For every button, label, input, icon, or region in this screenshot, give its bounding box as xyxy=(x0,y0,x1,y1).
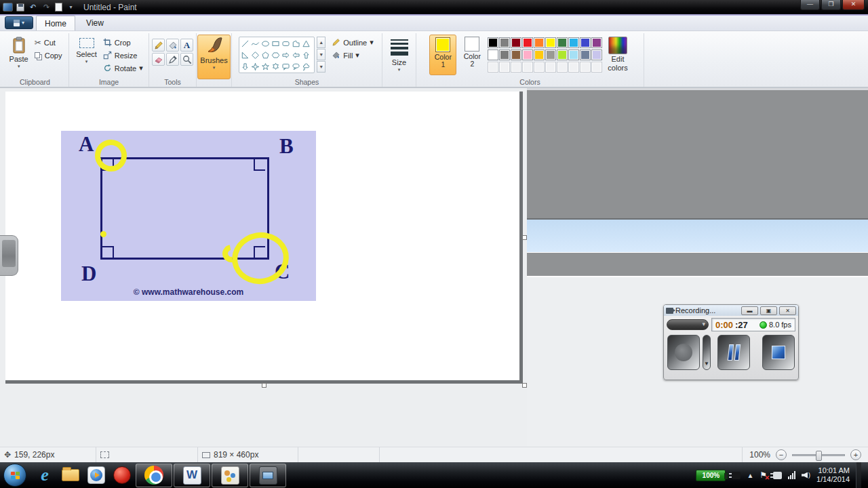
taskbar-clock[interactable]: 10:01 AM 1/14/2014 xyxy=(816,466,850,484)
canvas-resize-handle-right[interactable] xyxy=(522,235,527,240)
shape-star-4[interactable] xyxy=(250,61,260,73)
shape-arrow-left[interactable] xyxy=(291,49,301,61)
record-button[interactable] xyxy=(667,335,700,370)
quick-access-dropdown-icon[interactable]: ▾ xyxy=(66,3,76,12)
palette-swatch[interactable] xyxy=(534,49,545,60)
edit-colors-button[interactable]: Edit colors xyxy=(605,35,630,74)
copy-button[interactable]: Copy xyxy=(33,49,64,61)
shapes-scroll-up[interactable]: ▲ xyxy=(317,37,326,48)
show-desktop-button[interactable] xyxy=(856,462,861,488)
shapes-scroll-down[interactable]: ▼ xyxy=(317,49,326,60)
shape-pentagon[interactable] xyxy=(260,49,271,61)
resize-button[interactable]: Resize xyxy=(102,49,144,61)
rotate-button[interactable]: Rotate ▾ xyxy=(102,62,144,74)
shape-callout-cloud[interactable] xyxy=(301,61,311,73)
zoom-slider-thumb[interactable] xyxy=(816,451,822,461)
palette-swatch[interactable] xyxy=(522,49,533,60)
eraser-tool[interactable] xyxy=(152,53,165,66)
new-file-icon[interactable] xyxy=(55,3,62,12)
shape-diamond[interactable] xyxy=(250,49,260,61)
recorder-restore-button[interactable]: ▣ xyxy=(760,306,777,315)
shape-star-5[interactable] xyxy=(260,61,271,73)
text-tool[interactable]: A xyxy=(180,39,193,52)
shape-arrow-down[interactable] xyxy=(240,61,250,73)
tab-home[interactable]: Home xyxy=(36,16,75,30)
palette-swatch[interactable] xyxy=(580,37,591,48)
palette-swatch[interactable] xyxy=(511,49,521,60)
palette-swatch[interactable] xyxy=(591,49,602,60)
shape-arrow-up[interactable] xyxy=(301,49,311,61)
start-button[interactable] xyxy=(3,464,26,487)
magnifier-tool[interactable] xyxy=(180,53,193,66)
palette-swatch[interactable] xyxy=(499,37,510,48)
palette-swatch-empty[interactable] xyxy=(545,62,556,73)
taskbar-word[interactable]: W xyxy=(174,464,210,487)
palette-swatch[interactable] xyxy=(557,49,568,60)
color-picker-tool[interactable] xyxy=(166,53,179,66)
palette-swatch[interactable] xyxy=(522,37,533,48)
zoom-out-button[interactable]: − xyxy=(776,449,787,460)
minimize-button[interactable]: — xyxy=(800,0,820,10)
shape-curve[interactable] xyxy=(250,38,260,49)
shape-rectangle[interactable] xyxy=(271,38,281,49)
shape-line[interactable] xyxy=(240,38,250,49)
shapes-scroll-more[interactable]: ▼ xyxy=(317,61,326,73)
action-center-icon[interactable]: ⚑✕ xyxy=(760,470,767,480)
battery-indicator[interactable]: 100% xyxy=(696,470,726,481)
shape-triangle[interactable] xyxy=(301,38,311,49)
palette-swatch[interactable] xyxy=(580,49,591,60)
palette-swatch-empty[interactable] xyxy=(534,62,545,73)
select-button[interactable]: Select ▾ xyxy=(73,35,100,66)
save-icon[interactable] xyxy=(16,3,24,12)
palette-swatch[interactable] xyxy=(557,37,568,48)
close-button[interactable]: ✕ xyxy=(842,0,865,10)
crop-button[interactable]: Crop xyxy=(102,37,144,48)
palette-swatch-empty[interactable] xyxy=(511,62,521,73)
palette-swatch-empty[interactable] xyxy=(557,62,568,73)
palette-swatch-empty[interactable] xyxy=(488,62,498,73)
shape-polygon[interactable] xyxy=(291,38,301,49)
palette-swatch[interactable] xyxy=(499,49,510,60)
brushes-button[interactable]: Brushes ▾ xyxy=(197,35,230,79)
pause-button[interactable] xyxy=(717,335,750,370)
canvas-resize-handle-bottom[interactable] xyxy=(262,383,267,388)
shape-hexagon[interactable] xyxy=(271,49,281,61)
palette-swatch[interactable] xyxy=(534,37,545,48)
tab-view[interactable]: View xyxy=(78,16,112,30)
taskbar-ie[interactable]: e xyxy=(32,463,58,487)
file-menu-button[interactable]: ▾ xyxy=(5,16,33,29)
record-options-arrow[interactable]: ▼ xyxy=(703,335,711,370)
stop-button[interactable] xyxy=(762,335,795,370)
shape-callout-rounded[interactable] xyxy=(281,61,291,73)
palette-swatch-empty[interactable] xyxy=(568,62,579,73)
palette-swatch-empty[interactable] xyxy=(499,62,510,73)
rectangle-diagram-image[interactable]: A B C D © www.mathwarehouse.com xyxy=(61,131,316,301)
recorder-titlebar[interactable]: Recording... ▬ ▣ ✕ xyxy=(664,305,798,316)
redo-icon[interactable]: ↷ xyxy=(41,3,52,12)
taskbar-red-app[interactable] xyxy=(109,463,135,487)
fill-button[interactable]: Fill ▾ xyxy=(330,49,374,61)
shape-right-triangle[interactable] xyxy=(240,49,250,61)
pencil-tool[interactable] xyxy=(152,39,165,52)
taskbar-paint[interactable] xyxy=(212,464,248,487)
color1-button[interactable]: Color 1 xyxy=(429,35,456,75)
undo-icon[interactable]: ↶ xyxy=(28,3,38,12)
palette-swatch[interactable] xyxy=(591,37,602,48)
outline-button[interactable]: Outline ▾ xyxy=(330,37,374,48)
recorder-options-dropdown[interactable] xyxy=(667,319,709,330)
palette-swatch[interactable] xyxy=(545,37,556,48)
size-button[interactable]: Size ▾ xyxy=(388,35,411,75)
canvas-resize-handle-corner[interactable] xyxy=(522,383,527,388)
taskbar-recorder-app[interactable] xyxy=(250,464,286,487)
taskbar-media-player[interactable] xyxy=(83,463,109,487)
shape-ellipse[interactable] xyxy=(260,38,271,49)
palette-swatch[interactable] xyxy=(511,37,521,48)
palette-swatch-empty[interactable] xyxy=(580,62,591,73)
network-icon[interactable] xyxy=(773,472,782,479)
shape-rounded-rectangle[interactable] xyxy=(281,38,291,49)
palette-swatch[interactable] xyxy=(488,49,498,60)
signal-bars-icon[interactable] xyxy=(788,471,795,479)
palette-swatch[interactable] xyxy=(568,37,579,48)
fill-tool[interactable] xyxy=(166,39,179,52)
paste-button[interactable]: Paste ▾ xyxy=(7,35,31,71)
